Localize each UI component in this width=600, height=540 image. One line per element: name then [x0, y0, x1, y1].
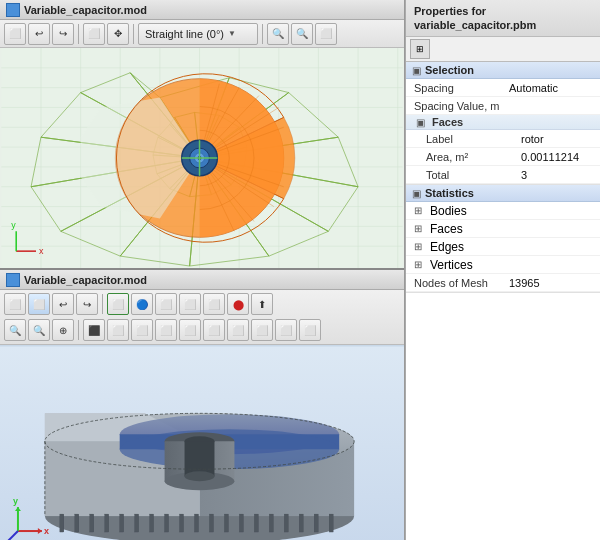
toolbar-sep1 [78, 24, 79, 44]
btn-shape2[interactable]: ⬜ [203, 293, 225, 315]
svg-rect-113 [135, 514, 139, 532]
btn-shape4[interactable]: ⬆ [251, 293, 273, 315]
svg-rect-114 [150, 514, 154, 532]
props-grid-btn[interactable]: ⊞ [410, 39, 430, 59]
btn-redo2[interactable]: ↪ [76, 293, 98, 315]
svg-text:y: y [11, 220, 16, 230]
faces-label: Faces [432, 116, 463, 128]
nodes-key: Nodes of Mesh [414, 277, 509, 289]
properties-toolbar: ⊞ [406, 37, 600, 62]
btn-zoom-out2[interactable]: 🔍 [28, 319, 50, 341]
btn-sphere[interactable]: ⬜ [155, 293, 177, 315]
face-label-key: Label [426, 133, 521, 145]
svg-rect-119 [224, 514, 228, 532]
svg-rect-126 [329, 514, 333, 532]
bottom-viewport-titlebar: Variable_capacitor.mod [0, 270, 404, 290]
svg-text:y: y [13, 496, 18, 506]
stat-vertices-row[interactable]: ⊞ Vertices [406, 256, 600, 274]
faces-subsection-header[interactable]: ▣ Faces [406, 115, 600, 130]
btn-3d8[interactable]: ⬜ [251, 319, 273, 341]
btn-cylinder[interactable]: 🔵 [131, 293, 153, 315]
btn-3d3[interactable]: ⬜ [131, 319, 153, 341]
sep-b2 [78, 320, 79, 340]
face-total-val: 3 [521, 169, 596, 181]
btn-view1[interactable]: ⬜ [4, 293, 26, 315]
face-area-val: 0.00111214 [521, 151, 596, 163]
btn-3d1[interactable]: ⬛ [83, 319, 105, 341]
face-area-row: Area, m² 0.00111214 [406, 148, 600, 166]
stat-bodies-row[interactable]: ⊞ Bodies [406, 202, 600, 220]
zoom-fit-btn[interactable]: ⬜ [315, 23, 337, 45]
btn-zoom-in2[interactable]: 🔍 [4, 319, 26, 341]
svg-point-105 [185, 471, 215, 481]
svg-rect-104 [185, 441, 215, 476]
selection-section-header[interactable]: ▣ Selection [406, 62, 600, 79]
sep-b1 [102, 294, 103, 314]
bodies-label: Bodies [430, 204, 467, 218]
bodies-expand-icon: ⊞ [414, 205, 428, 216]
top-viewport-title: Variable_capacitor.mod [24, 4, 147, 16]
nodes-value: 13965 [509, 277, 596, 289]
bottom-viewport-icon [6, 273, 20, 287]
left-panel: Variable_capacitor.mod ⬜ ↩ ↪ ⬜ ✥ Straigh… [0, 0, 405, 540]
toolbar-sep2 [133, 24, 134, 44]
btn-3d4[interactable]: ⬜ [155, 319, 177, 341]
vertices-label: Vertices [430, 258, 473, 272]
properties-header: Properties for variable_capacitor.pbm [406, 0, 600, 37]
svg-rect-122 [269, 514, 273, 532]
statistics-section: ▣ Statistics ⊞ Bodies ⊞ Faces ⊞ Edges ⊞ [406, 185, 600, 293]
bottom-3d-canvas[interactable]: x y z [0, 345, 404, 540]
stat-faces-expand-icon: ⊞ [414, 223, 428, 234]
spacing-value-row: Spacing Value, m [406, 97, 600, 115]
viewport-icon [6, 3, 20, 17]
btn-shape3[interactable]: ⬤ [227, 293, 249, 315]
btn-zoom-fit2[interactable]: ⊕ [52, 319, 74, 341]
stat-faces-row[interactable]: ⊞ Faces [406, 220, 600, 238]
top-viewport-titlebar: Variable_capacitor.mod [0, 0, 404, 20]
btn-shape1[interactable]: ⬜ [179, 293, 201, 315]
spacing-row: Spacing Automatic [406, 79, 600, 97]
svg-text:x: x [39, 246, 44, 256]
main-container: Variable_capacitor.mod ⬜ ↩ ↪ ⬜ ✥ Straigh… [0, 0, 600, 540]
btn-3d7[interactable]: ⬜ [227, 319, 249, 341]
statistics-label: Statistics [425, 187, 474, 199]
dropdown-label: Straight line (0°) [145, 28, 224, 40]
straight-line-dropdown[interactable]: Straight line (0°) ▼ [138, 23, 258, 45]
btn-undo2[interactable]: ↩ [52, 293, 74, 315]
btn-select2d[interactable]: ⬜ [28, 293, 50, 315]
zoom-out-btn[interactable]: 🔍 [291, 23, 313, 45]
bottom-viewport: Variable_capacitor.mod ⬜ ⬜ ↩ ↪ ⬜ 🔵 ⬜ ⬜ ⬜… [0, 270, 404, 540]
properties-title: Properties for variable_capacitor.pbm [414, 5, 536, 31]
zoom-in-btn[interactable]: 🔍 [267, 23, 289, 45]
svg-rect-109 [75, 514, 79, 532]
toolbar-new-btn[interactable]: ⬜ [4, 23, 26, 45]
face-area-key: Area, m² [426, 151, 521, 163]
btn-3d5[interactable]: ⬜ [179, 319, 201, 341]
toolbar-move-btn[interactable]: ✥ [107, 23, 129, 45]
svg-rect-120 [239, 514, 243, 532]
toolbar-select-btn[interactable]: ⬜ [83, 23, 105, 45]
btn-3d9[interactable]: ⬜ [275, 319, 297, 341]
bottom-toolbar-row1: ⬜ ⬜ ↩ ↪ ⬜ 🔵 ⬜ ⬜ ⬜ ⬤ ⬆ [4, 292, 400, 316]
svg-rect-112 [120, 514, 124, 532]
stats-collapse-icon: ▣ [412, 188, 421, 199]
top-viewport-canvas[interactable]: x y [0, 48, 404, 268]
toolbar-sep3 [262, 24, 263, 44]
stat-edges-row[interactable]: ⊞ Edges [406, 238, 600, 256]
svg-rect-124 [299, 514, 303, 532]
btn-3d2[interactable]: ⬜ [107, 319, 129, 341]
right-panel: Properties for variable_capacitor.pbm ⊞ … [405, 0, 600, 540]
toolbar-redo-btn[interactable]: ↪ [52, 23, 74, 45]
svg-rect-111 [105, 514, 109, 532]
vertices-expand-icon: ⊞ [414, 259, 428, 270]
btn-3d6[interactable]: ⬜ [203, 319, 225, 341]
statistics-section-header[interactable]: ▣ Statistics [406, 185, 600, 202]
spacing-key: Spacing [414, 82, 509, 94]
btn-box[interactable]: ⬜ [107, 293, 129, 315]
spacing-value: Automatic [509, 82, 596, 94]
mesh-svg: x y [0, 48, 404, 268]
top-toolbar: ⬜ ↩ ↪ ⬜ ✥ Straight line (0°) ▼ 🔍 🔍 ⬜ [0, 20, 404, 48]
selection-section: ▣ Selection Spacing Automatic Spacing Va… [406, 62, 600, 185]
btn-3d10[interactable]: ⬜ [299, 319, 321, 341]
toolbar-undo-btn[interactable]: ↩ [28, 23, 50, 45]
